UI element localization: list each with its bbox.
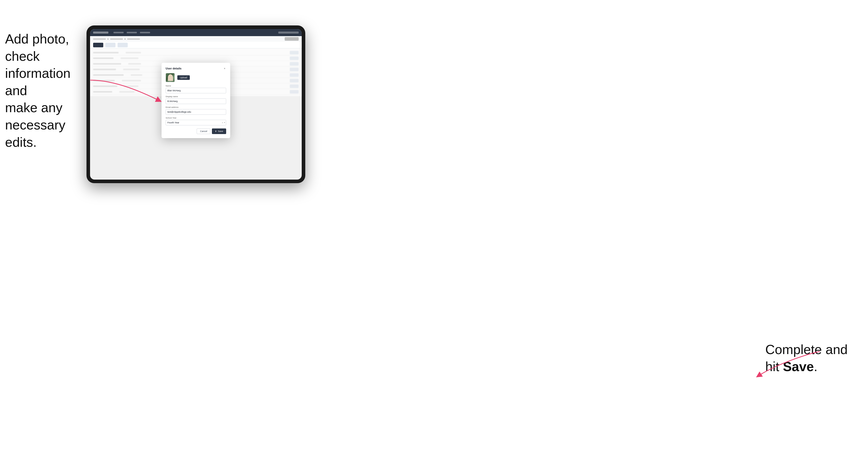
email-input[interactable] [165,109,226,115]
email-label: Email address [165,106,226,108]
display-name-label: Display name [165,95,226,98]
save-icon: ⬆ [215,130,217,132]
modal-backdrop: User details × Upload Name Display name [90,29,302,180]
modal-footer: Cancel ⬆ Save [165,128,226,134]
user-details-modal: User details × Upload Name Display name [161,63,230,138]
display-name-field-group: Display name [165,95,226,104]
school-year-select-wrapper: Fourth Year × ▾ [165,120,226,125]
tablet-device: User details × Upload Name Display name [87,25,305,183]
left-arrow [88,77,164,104]
modal-header: User details × [165,67,226,70]
display-name-input[interactable] [165,98,226,104]
profile-photo-thumb [165,73,175,82]
name-input[interactable] [165,88,226,93]
email-field-group: Email address [165,106,226,115]
annotation-line3: make any [5,100,62,115]
school-year-label: School Year [165,117,226,119]
upload-button[interactable]: Upload [177,75,190,80]
tablet-screen: User details × Upload Name Display name [90,29,302,180]
photo-row: Upload [165,73,226,82]
school-year-field-group: School Year Fourth Year × ▾ [165,117,226,125]
select-clear-icon[interactable]: × [222,122,223,124]
cancel-button[interactable]: Cancel [197,128,210,134]
annotation-line4: necessary edits. [5,118,65,150]
modal-title: User details [165,67,181,70]
annotation-line2: information and [5,66,70,98]
save-button[interactable]: ⬆ Save [212,128,226,134]
close-icon[interactable]: × [223,67,226,70]
left-annotation: Add photo, check information and make an… [5,31,87,151]
right-arrow [756,349,822,380]
name-field-group: Name [165,85,226,93]
save-button-label: Save [218,130,223,132]
school-year-select[interactable]: Fourth Year [165,120,226,125]
name-label: Name [165,85,226,87]
chevron-down-icon: ▾ [224,122,225,124]
annotation-line1: Add photo, check [5,32,69,64]
